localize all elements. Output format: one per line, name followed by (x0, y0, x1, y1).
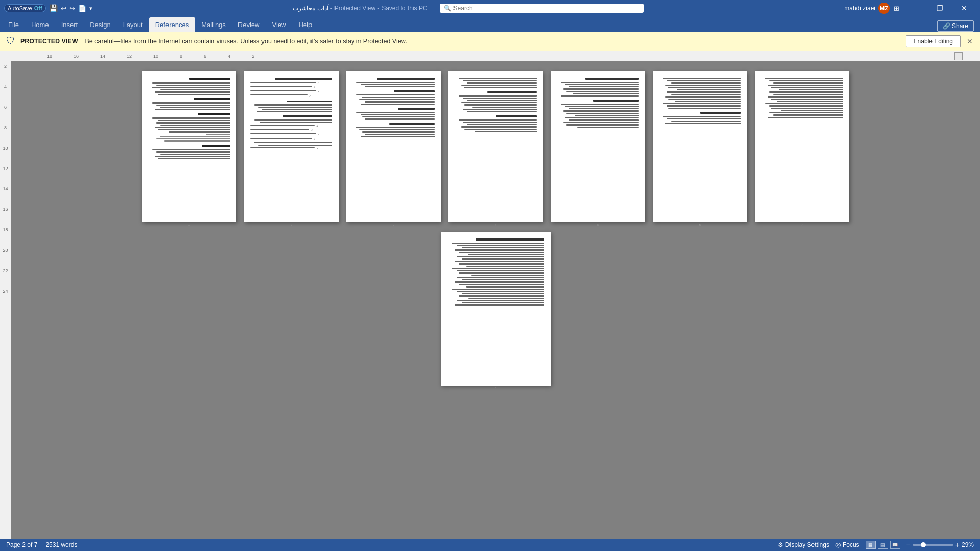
ribbon-tabs: File Home Insert Design Layout Reference… (0, 16, 980, 32)
zoom-controls: − + 29% (906, 541, 974, 549)
display-settings-icon: ⚙ (778, 541, 783, 548)
page-2-content: ۱- ۲- ۳- ۴- (244, 71, 339, 222)
tab-view[interactable]: View (266, 17, 292, 32)
status-right: ⚙ Display Settings ◎ Focus ▦ ▤ 📖 − + 29% (778, 541, 974, 549)
title-bar: AutoSave Off 💾 ↩ ↪ 📄 ▾ آداب معاشرت - Pro… (0, 0, 980, 16)
search-icon: 🔍 (444, 5, 451, 12)
zoom-level: 29% (962, 541, 974, 548)
title-bar-left: AutoSave Off 💾 ↩ ↪ 📄 ▾ (4, 4, 92, 12)
page-1-number: 1 (142, 222, 236, 227)
word-count: 2531 words (45, 541, 77, 548)
left-ruler-mark-24: 24 (3, 289, 8, 294)
page-1-content (142, 71, 236, 222)
left-ruler: 2 4 6 8 10 12 14 16 18 20 22 24 (0, 61, 11, 539)
page-8-content (441, 232, 551, 386)
page-row-1: 1 ۱- ۲- (142, 71, 849, 222)
zoom-out-btn[interactable]: − (906, 541, 911, 549)
focus-btn[interactable]: ◎ Focus (835, 541, 859, 548)
status-bar: Page 2 of 7 2531 words ⚙ Display Setting… (0, 539, 980, 551)
ruler-mark-18: 18 (47, 54, 52, 59)
page-info: Page 2 of 7 (6, 541, 37, 548)
tab-insert[interactable]: Insert (55, 17, 84, 32)
window-controls: — ❐ ✕ (903, 0, 976, 16)
ruler-mark-12: 12 (127, 54, 132, 59)
autosave-state: Off (34, 5, 42, 11)
save-icon[interactable]: 💾 (49, 4, 58, 12)
autosave-toggle[interactable]: AutoSave Off (4, 4, 46, 12)
page-5: 5 (551, 71, 645, 222)
minimize-button[interactable]: — (903, 0, 927, 16)
page-3-number: 3 (346, 222, 441, 227)
display-settings-btn[interactable]: ⚙ Display Settings (778, 541, 829, 548)
left-ruler-mark-6: 6 (4, 105, 7, 110)
left-ruler-mark-4: 4 (4, 84, 7, 89)
focus-icon: ◎ (835, 541, 841, 548)
tab-review[interactable]: Review (232, 17, 266, 32)
page-8-number: 8 (441, 386, 551, 391)
focus-label: Focus (843, 541, 859, 548)
layout-icon[interactable]: ⊞ (894, 5, 899, 12)
left-ruler-mark-8: 8 (4, 125, 7, 130)
ruler-mark-2: 2 (252, 54, 254, 59)
close-bar-icon[interactable]: ✕ (966, 36, 974, 46)
protected-message: Be careful—files from the Internet can c… (85, 38, 901, 45)
left-ruler-mark-20: 20 (3, 248, 8, 253)
page-6-content (653, 71, 747, 222)
page-2: ۱- ۲- ۳- ۴- (244, 71, 339, 222)
page-5-number: 5 (551, 222, 645, 227)
page-3: 3 (346, 71, 441, 222)
web-view-btn[interactable]: ▤ (878, 541, 888, 549)
left-ruler-mark-18: 18 (3, 227, 8, 232)
undo-icon[interactable]: ↩ (61, 5, 66, 12)
search-bar[interactable]: 🔍 (440, 4, 644, 13)
close-button[interactable]: ✕ (952, 0, 976, 16)
page-6: 6 (653, 71, 747, 222)
ruler: 18 16 14 12 10 8 6 4 2 (0, 51, 980, 61)
page-3-content (346, 71, 441, 222)
status-left: Page 2 of 7 2531 words (6, 541, 77, 548)
tab-home[interactable]: Home (25, 17, 55, 32)
zoom-thumb[interactable] (921, 542, 926, 547)
redo-icon[interactable]: ↪ (69, 5, 75, 12)
ruler-mark-4: 4 (228, 54, 230, 59)
tab-layout[interactable]: Layout (117, 17, 149, 32)
ruler-mark-6: 6 (204, 54, 206, 59)
ruler-end-marker (954, 52, 963, 60)
print-view-btn[interactable]: ▦ (866, 541, 876, 549)
search-input[interactable] (453, 5, 640, 12)
enable-editing-button[interactable]: Enable Editing (906, 35, 961, 47)
page-2-number: 2 (244, 222, 339, 227)
file-icon[interactable]: 📄 (78, 5, 86, 12)
left-ruler-mark-10: 10 (3, 146, 8, 151)
shield-icon: 🛡 (6, 36, 15, 46)
tab-mailings[interactable]: Mailings (195, 17, 232, 32)
page-8: 8 (441, 232, 551, 386)
ribbon: File Home Insert Design Layout Reference… (0, 16, 980, 32)
read-view-btn[interactable]: 📖 (890, 541, 900, 549)
doc-canvas[interactable]: 1 ۱- ۲- (11, 61, 980, 539)
zoom-slider[interactable] (913, 544, 953, 546)
save-state: Saved to this PC (381, 5, 427, 12)
ruler-inner: 18 16 14 12 10 8 6 4 2 (27, 51, 965, 61)
page-7: 7 (755, 71, 849, 222)
page-6-number: 6 (653, 222, 747, 227)
left-ruler-mark-2: 2 (4, 64, 7, 69)
restore-button[interactable]: ❐ (928, 0, 951, 16)
doc-name: آداب معاشرت (293, 5, 328, 12)
share-button[interactable]: 🔗 Share (937, 20, 974, 32)
tab-file[interactable]: File (2, 17, 25, 32)
left-ruler-mark-12: 12 (3, 166, 8, 171)
zoom-in-btn[interactable]: + (955, 541, 960, 549)
user-name: mahdi ziaei (844, 5, 875, 12)
user-info: mahdi ziaei MZ (844, 3, 890, 14)
ruler-mark-14: 14 (100, 54, 105, 59)
ruler-mark-16: 16 (74, 54, 79, 59)
page-1: 1 (142, 71, 236, 222)
left-ruler-mark-14: 14 (3, 186, 8, 191)
tab-design[interactable]: Design (84, 17, 116, 32)
page-7-content (755, 71, 849, 222)
display-settings-label: Display Settings (785, 541, 829, 548)
tab-help[interactable]: Help (292, 17, 318, 32)
tab-references[interactable]: References (149, 17, 195, 32)
title-bar-right: mahdi ziaei MZ ⊞ — ❐ ✕ (844, 0, 976, 16)
